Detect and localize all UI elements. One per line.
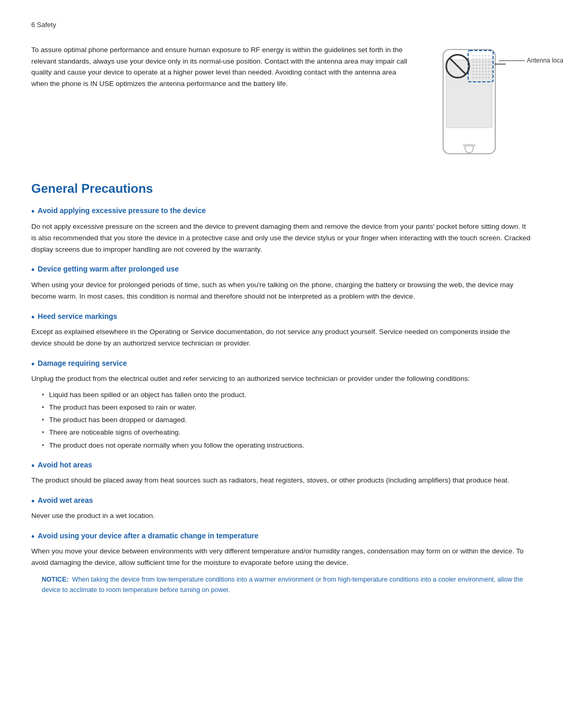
svg-point-59 (488, 77, 489, 78)
svg-point-8 (482, 55, 483, 56)
list-item: There are noticeable signs of overheatin… (42, 427, 532, 438)
svg-point-43 (482, 71, 483, 72)
svg-point-15 (482, 58, 483, 59)
svg-point-39 (492, 68, 493, 69)
svg-point-9 (485, 55, 486, 56)
precaution-body-text: Never use the product in a wet location. (31, 510, 532, 522)
svg-point-6 (476, 55, 477, 56)
svg-point-48 (476, 74, 477, 75)
precaution-heading-text: Avoid hot areas (38, 461, 92, 469)
precaution-item: •Avoid applying excessive pressure to th… (31, 206, 532, 255)
precaution-item: •Device getting warm after prolonged use… (31, 265, 532, 302)
notice-label: NOTICE: (42, 576, 72, 583)
precaution-item: •Damage requiring serviceUnplug the prod… (31, 359, 532, 451)
list-item: The product has been exposed to rain or … (42, 402, 532, 413)
device-diagram: Antenna location (427, 44, 532, 161)
intro-text: To assure optimal phone performance and … (31, 44, 412, 161)
precaution-heading: •Avoid wet areas (31, 496, 532, 508)
svg-point-18 (492, 58, 493, 59)
precaution-heading: •Heed service markings (31, 312, 532, 324)
bullet-icon: • (31, 461, 34, 472)
svg-point-55 (476, 77, 477, 78)
antenna-line (499, 60, 525, 61)
bullet-icon: • (31, 312, 34, 324)
precaution-item: •Avoid hot areasThe product should be pl… (31, 461, 532, 487)
notice-text: When taking the device from low-temperat… (42, 576, 523, 594)
svg-point-12 (473, 58, 474, 59)
svg-point-31 (488, 65, 489, 66)
svg-point-20 (476, 61, 477, 63)
precaution-heading-text: Avoid wet areas (38, 496, 93, 504)
precaution-heading: •Damage requiring service (31, 359, 532, 371)
svg-point-37 (485, 68, 486, 69)
svg-point-35 (479, 68, 480, 69)
svg-point-40 (473, 71, 474, 72)
bullet-icon: • (31, 359, 34, 371)
svg-point-17 (488, 58, 489, 59)
page-header: 6 Safety (31, 21, 532, 29)
svg-point-56 (479, 77, 480, 78)
svg-point-22 (482, 61, 483, 63)
svg-point-34 (476, 68, 477, 69)
svg-point-58 (485, 77, 486, 78)
list-item: The product has been dropped or damaged. (42, 414, 532, 426)
precaution-item: •Avoid using your device after a dramati… (31, 532, 532, 595)
precaution-body-text: Unplug the product from the electrical o… (31, 373, 532, 385)
list-item: The product does not operate normally wh… (42, 440, 532, 451)
precaution-item: •Heed service markingsExcept as explaine… (31, 312, 532, 350)
precaution-heading: •Device getting warm after prolonged use (31, 265, 532, 276)
svg-point-38 (488, 68, 489, 69)
precaution-body-text: The product should be placed away from h… (31, 475, 532, 486)
svg-point-36 (482, 68, 483, 69)
precaution-heading-text: Avoid applying excessive pressure to the… (38, 206, 205, 215)
svg-point-41 (476, 71, 477, 72)
precautions-list: •Avoid applying excessive pressure to th… (31, 206, 532, 595)
precaution-body-text: Except as explained elsewhere in the Ope… (31, 326, 532, 350)
precaution-item: •Avoid wet areasNever use the product in… (31, 496, 532, 522)
svg-point-19 (473, 61, 474, 63)
bullet-icon: • (31, 532, 34, 543)
bullet-icon: • (31, 265, 34, 276)
svg-point-50 (482, 74, 483, 75)
svg-point-14 (479, 58, 480, 59)
svg-point-44 (485, 71, 486, 72)
svg-rect-63 (463, 144, 475, 146)
precaution-heading-text: Damage requiring service (38, 359, 127, 367)
precaution-heading: •Avoid hot areas (31, 461, 532, 472)
device-image-container: Antenna location (427, 44, 532, 161)
header-text: 6 Safety (31, 21, 56, 29)
svg-point-21 (479, 61, 480, 63)
precaution-body-text: When using your device for prolonged per… (31, 279, 532, 303)
bullet-icon: • (31, 496, 34, 508)
section-title: General Precautions (31, 181, 532, 196)
svg-point-54 (473, 77, 474, 78)
svg-point-45 (488, 71, 489, 72)
notice-block: NOTICE: When taking the device from low-… (31, 574, 532, 595)
precaution-heading-text: Avoid using your device after a dramatic… (38, 532, 259, 540)
intro-section: To assure optimal phone performance and … (31, 44, 532, 161)
svg-point-32 (492, 65, 493, 66)
svg-point-11 (492, 55, 493, 56)
svg-point-30 (485, 65, 486, 66)
sub-items-list: Liquid has been spilled or an object has… (42, 389, 532, 451)
svg-point-13 (476, 58, 477, 59)
svg-point-51 (485, 74, 486, 75)
svg-point-47 (473, 74, 474, 75)
bullet-icon: • (31, 206, 34, 218)
svg-point-10 (488, 55, 489, 56)
precaution-heading-text: Heed service markings (38, 312, 117, 320)
antenna-label: Antenna location (527, 57, 563, 64)
svg-point-46 (492, 71, 493, 72)
svg-point-23 (485, 61, 486, 63)
svg-point-25 (492, 61, 493, 63)
general-precautions-section: General Precautions •Avoid applying exce… (31, 181, 532, 595)
svg-point-53 (492, 74, 493, 75)
antenna-label-container: Antenna location (499, 57, 563, 64)
svg-point-60 (492, 77, 493, 78)
svg-point-42 (479, 71, 480, 72)
svg-point-5 (473, 55, 474, 56)
svg-point-29 (482, 65, 483, 66)
precaution-body-text: Do not apply excessive pressure on the s… (31, 221, 532, 256)
svg-point-49 (479, 74, 480, 75)
precaution-heading: •Avoid using your device after a dramati… (31, 532, 532, 543)
